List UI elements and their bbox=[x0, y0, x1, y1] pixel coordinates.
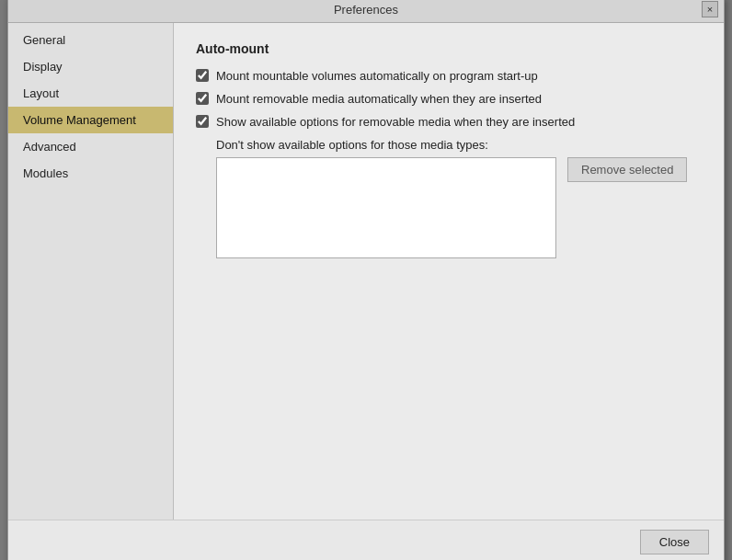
dont-show-label: Don't show available options for those m… bbox=[216, 138, 702, 152]
close-icon[interactable]: × bbox=[702, 1, 718, 17]
media-types-listbox[interactable] bbox=[216, 157, 556, 258]
remove-selected-button[interactable]: Remove selected bbox=[567, 157, 687, 182]
section-title: Auto-mount bbox=[196, 41, 702, 56]
mount-volumes-checkbox[interactable] bbox=[196, 69, 209, 82]
show-options-row: Show available options for removable med… bbox=[196, 115, 702, 129]
close-button[interactable]: Close bbox=[640, 530, 709, 554]
mount-volumes-label: Mount mountable volumes automatically on… bbox=[216, 69, 538, 83]
sidebar-item-general[interactable]: General bbox=[8, 27, 173, 53]
dialog-body: General Display Layout Volume Management… bbox=[8, 23, 724, 520]
mount-volumes-row: Mount mountable volumes automatically on… bbox=[196, 69, 702, 83]
sidebar-item-display[interactable]: Display bbox=[8, 53, 173, 80]
show-options-label: Show available options for removable med… bbox=[216, 115, 575, 129]
show-options-checkbox[interactable] bbox=[196, 115, 209, 128]
titlebar: Preferences × bbox=[8, 0, 724, 23]
dialog-footer: Close bbox=[8, 520, 724, 561]
sidebar-item-modules[interactable]: Modules bbox=[8, 160, 173, 187]
dialog-title: Preferences bbox=[334, 3, 398, 17]
media-types-area: Remove selected bbox=[216, 157, 702, 258]
mount-removable-row: Mount removable media automatically when… bbox=[196, 92, 702, 106]
sidebar: General Display Layout Volume Management… bbox=[8, 23, 174, 520]
preferences-dialog: Preferences × General Display Layout Vol… bbox=[7, 0, 725, 560]
mount-removable-checkbox[interactable] bbox=[196, 92, 209, 105]
main-content: Auto-mount Mount mountable volumes autom… bbox=[174, 23, 724, 520]
sidebar-item-layout[interactable]: Layout bbox=[8, 80, 173, 107]
mount-removable-label: Mount removable media automatically when… bbox=[216, 92, 542, 106]
sidebar-item-volume-management[interactable]: Volume Management bbox=[8, 107, 173, 133]
sidebar-item-advanced[interactable]: Advanced bbox=[8, 133, 173, 160]
